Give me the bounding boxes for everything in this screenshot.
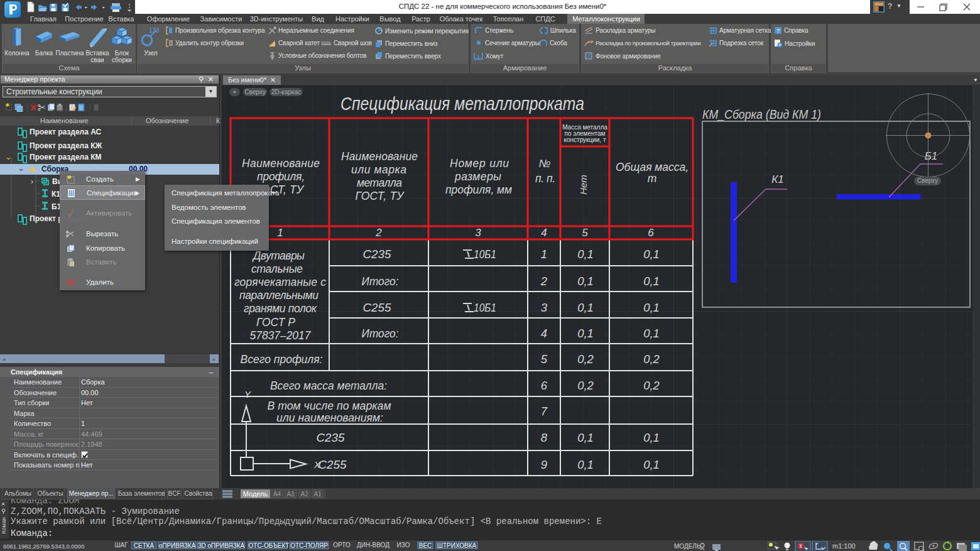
svg-text:горячекатаные с: горячекатаные с: [234, 276, 326, 288]
svg-text:0,1: 0,1: [577, 458, 594, 471]
svg-text:С235: С235: [363, 248, 392, 261]
svg-text:ГОСТ, ТУ: ГОСТ, ТУ: [356, 190, 405, 202]
svg-text:0,1: 0,1: [643, 248, 660, 261]
svg-text:металла: металла: [357, 177, 402, 189]
svg-text:4: 4: [541, 327, 547, 340]
svg-text:размеры: размеры: [454, 170, 501, 183]
svg-text:0,1: 0,1: [577, 327, 594, 340]
svg-text:КМ_Сборка (Вид КМ 1): КМ_Сборка (Вид КМ 1): [702, 107, 821, 121]
svg-text:6: 6: [648, 227, 654, 239]
svg-text:4: 4: [541, 227, 547, 239]
svg-text:0,2: 0,2: [577, 379, 594, 392]
svg-text:С255: С255: [318, 458, 347, 471]
svg-text:0,2: 0,2: [643, 379, 660, 392]
svg-text:Б1: Б1: [925, 150, 938, 162]
svg-text:0,1: 0,1: [643, 301, 660, 314]
svg-text:Наименование: Наименование: [341, 150, 418, 163]
svg-text:Нет: Нет: [578, 175, 589, 195]
svg-text:6: 6: [541, 379, 548, 392]
svg-text:0,1: 0,1: [577, 248, 594, 261]
svg-text:1: 1: [277, 227, 283, 239]
svg-text:С255: С255: [363, 301, 392, 314]
svg-text:профиля,: профиля,: [257, 170, 305, 183]
svg-text:10Б1: 10Б1: [474, 248, 496, 261]
svg-text:ГОСТ Р: ГОСТ Р: [256, 316, 295, 329]
svg-text:3: 3: [475, 227, 481, 239]
svg-text:Номер или: Номер или: [450, 157, 509, 170]
svg-text:5: 5: [541, 352, 548, 366]
svg-text:стальные: стальные: [251, 263, 303, 275]
svg-text:Всего масса металла:: Всего масса металла:: [270, 379, 387, 392]
svg-text:0,1: 0,1: [643, 275, 660, 288]
svg-text:№: №: [539, 157, 551, 170]
svg-text:0,1: 0,1: [643, 431, 660, 444]
svg-text:0,1: 0,1: [577, 301, 594, 314]
svg-text:0,1: 0,1: [577, 431, 594, 444]
svg-text:2: 2: [540, 275, 548, 288]
svg-text:0,2: 0,2: [643, 352, 660, 366]
svg-text:Двутавры: Двутавры: [252, 249, 305, 262]
svg-text:1: 1: [541, 248, 547, 261]
svg-text:Итого:: Итого:: [362, 275, 399, 288]
svg-text:10Б1: 10Б1: [474, 301, 496, 314]
svg-text:Всего профиля:: Всего профиля:: [241, 352, 323, 366]
svg-text:0,1: 0,1: [577, 275, 594, 288]
svg-text:Итого:: Итого:: [362, 327, 399, 340]
svg-text:С235: С235: [317, 431, 346, 444]
svg-text:Наименование: Наименование: [242, 157, 320, 170]
svg-text:К1: К1: [771, 173, 783, 185]
svg-text:X: X: [313, 459, 321, 470]
svg-text:57837–2017: 57837–2017: [250, 329, 312, 342]
svg-text:9: 9: [541, 458, 547, 471]
svg-text:0,1: 0,1: [643, 458, 660, 471]
svg-text:3: 3: [541, 301, 548, 314]
svg-text:2: 2: [375, 227, 382, 239]
svg-text:или наименованиям:: или наименованиям:: [276, 411, 383, 424]
svg-text:?: ?: [776, 28, 780, 34]
svg-text:В том числе по маркам: В том числе по маркам: [268, 399, 391, 412]
svg-text:параллельными: параллельными: [239, 289, 318, 302]
svg-text:0,2: 0,2: [577, 352, 594, 366]
svg-text:0,1: 0,1: [643, 327, 660, 340]
svg-text:п. п.: п. п.: [535, 172, 555, 185]
svg-text:конструкции, т: конструкции, т: [564, 136, 606, 143]
svg-text:или марка: или марка: [351, 163, 406, 176]
svg-text:профиля, мм: профиля, мм: [445, 183, 512, 196]
svg-text:Спецификация металлопроката: Спецификация металлопроката: [340, 94, 584, 114]
svg-text:5: 5: [582, 227, 588, 239]
svg-text:8: 8: [541, 431, 548, 444]
svg-text:7: 7: [541, 405, 548, 418]
svg-text:Y: Y: [244, 389, 251, 400]
svg-text:т: т: [648, 172, 657, 185]
svg-text:Общая масса,: Общая масса,: [616, 161, 689, 173]
svg-text:гранями полок: гранями полок: [244, 302, 317, 315]
